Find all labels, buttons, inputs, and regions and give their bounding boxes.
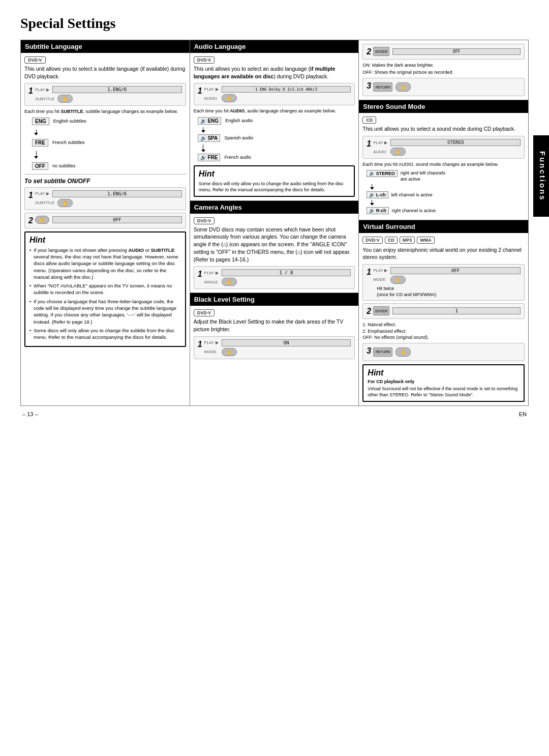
- audio-eng: 🔊 ENG English audio: [198, 117, 355, 125]
- audio-language-header: Audio Language: [190, 40, 359, 53]
- black-level-section: Black Level Setting DVD·V Adjust the Bla…: [190, 293, 359, 365]
- stereo-sound-section: Stereo Sound Mode CD This unit allows yo…: [359, 100, 528, 220]
- virtual-surround-step1: 1 PLAY ▶ OFF MODE ✋: [362, 264, 525, 301]
- black-level-cont: 2 ENTER OFF ON: Makes the dark areas bri…: [359, 40, 528, 100]
- audio-body-text: This unit allows you to select an audio …: [194, 65, 355, 80]
- camera-angles-section: Camera Angles DVD·V Some DVD discs may c…: [190, 201, 359, 293]
- audio-language-list: 🔊 ENG English audio 🔊 SPA Spanish audio: [198, 117, 355, 162]
- camera-step1: 1 PLAY ▶ 1 / 8 ANGLE ✋: [194, 266, 355, 289]
- footer-lang: EN: [519, 411, 527, 417]
- subtitle-caption1: Each time you hit SUBTITLE, subtitle lan…: [24, 108, 186, 114]
- vs-hint-text: Virtual Surround will not be effective i…: [368, 386, 520, 398]
- stereo-caption: Each time you hit AUDIO, sound mode chan…: [362, 161, 525, 167]
- stereo-mode-list: 🔊 STEREO right and left channelsare acti…: [367, 170, 525, 214]
- arrow-down-1: [34, 130, 38, 135]
- audio-hint-box: Hint Some discs will only allow you to c…: [194, 165, 355, 197]
- subtitle-onoff-title: To set subtitle ON/OFF: [24, 178, 186, 185]
- audio-fre: 🔊 FRE French audio: [198, 154, 355, 161]
- black-level-off-text: OFF: Shows the original picture as recor…: [362, 69, 525, 75]
- dvd-logo-camera: DVD·V: [194, 217, 355, 223]
- stereo-sound-header: Stereo Sound Mode: [359, 100, 528, 113]
- page-title: Special Settings: [20, 15, 529, 32]
- stereo-step1: 1 PLAY ▶ STEREO AUDIO ✋: [362, 136, 525, 159]
- arrow-down-2: [34, 151, 38, 159]
- audio-spa: 🔊 SPA Spanish audio: [198, 134, 355, 142]
- vs-hint-box: Hint For CD playback only Virtual Surrou…: [362, 364, 525, 402]
- col2: Audio Language DVD·V This unit allows yo…: [190, 40, 359, 405]
- black-level-step1: 1 PLAY ▶ ON MODE ✋: [194, 336, 355, 359]
- lang-eng: ENG English subtitles: [32, 118, 186, 125]
- lang-off: OFF no subtitles: [32, 162, 186, 170]
- dvd-logo-black: DVD·V: [194, 309, 355, 315]
- black-level-body: Adjust the Black Level Setting to make t…: [194, 318, 355, 333]
- black-level-header: Black Level Setting: [190, 293, 359, 306]
- virtual-surround-step2: 2 ENTER 1: [362, 303, 525, 319]
- subtitle-step1: 1 PLAY ▶ 1.ENG/6 SUBTITLE ✋: [24, 83, 186, 106]
- virtual-surround-header: Virtual Surround: [359, 220, 528, 233]
- page-footer: – 13 – EN: [20, 411, 529, 417]
- camera-angles-header: Camera Angles: [190, 201, 359, 214]
- subtitle-language-list: ENG English subtitles FRE: [28, 118, 186, 171]
- audio-language-section: Audio Language DVD·V This unit allows yo…: [190, 40, 359, 201]
- audio-hint-title: Hint: [199, 169, 350, 179]
- subtitle-language-header: Subtitle Language: [21, 40, 190, 53]
- dvd-logo-audio: DVD·V: [194, 56, 355, 63]
- virtual-surround-step3: 3 RETURN ✋: [362, 343, 525, 361]
- step1-num: 1: [28, 86, 33, 96]
- cd-logo-stereo: CD: [362, 117, 525, 123]
- functions-tab: Functions: [533, 135, 549, 217]
- audio-hint-text: Some discs will only allow you to change…: [199, 181, 350, 193]
- virtual-surround-logos: DVD·V CD MP3 WMA: [362, 237, 525, 244]
- virtual-surround-body: You can enjoy stereophonic virtual world…: [362, 246, 525, 261]
- dvd-logo-subtitle: DVD·V: [24, 56, 186, 63]
- subtitle-language-col: Subtitle Language DVD·V This unit allows…: [21, 40, 190, 405]
- vs-hint-title: Hint: [368, 368, 520, 377]
- subtitle-onoff-step1: 1 PLAY ▶ 1.ENG/6 SUBTITLE ✋: [24, 187, 186, 210]
- subtitle-onoff-step2: 2 ✋ OFF: [24, 213, 186, 228]
- virtual-surround-section: Virtual Surround DVD·V CD MP3 WMA You ca…: [359, 220, 528, 406]
- col3: 2 ENTER OFF ON: Makes the dark areas bri…: [359, 40, 528, 405]
- vs-step1-note: Hit twice(once for CD and MP3/WMA): [377, 285, 521, 298]
- hint-title: Hint: [29, 236, 181, 245]
- black-level-on-text: ON: Makes the dark areas brighter.: [362, 62, 525, 68]
- virtual-surround-effects: 1: Natural effect. 2: Emphasized effect.…: [362, 322, 525, 340]
- subtitle-hint-box: Hint If your language is not shown after…: [24, 231, 186, 347]
- audio-caption: Each time you hit AUDIO, audio language …: [194, 108, 355, 114]
- subtitle-body-text: This unit allows you to select a subtitl…: [24, 65, 186, 80]
- vs-hint-subtitle: For CD playback only: [368, 379, 520, 385]
- footer-page-num: – 13 –: [22, 411, 38, 417]
- audio-step1: 1 PLAY ▶ 1 ENG Dolby D 3/2.1ch 48k/3 AUD…: [194, 83, 355, 105]
- black-level-step2: 2 ENTER OFF: [362, 44, 525, 60]
- lang-fre: FRE French subtitles: [32, 139, 186, 147]
- black-level-step3: 3 RETURN ✋: [362, 78, 525, 96]
- hint-bullets: If your language is not shown after pres…: [29, 247, 181, 341]
- camera-body-text: Some DVD discs may contain scenes which …: [194, 226, 355, 263]
- stereo-body-text: This unit allows you to select a sound m…: [362, 125, 525, 133]
